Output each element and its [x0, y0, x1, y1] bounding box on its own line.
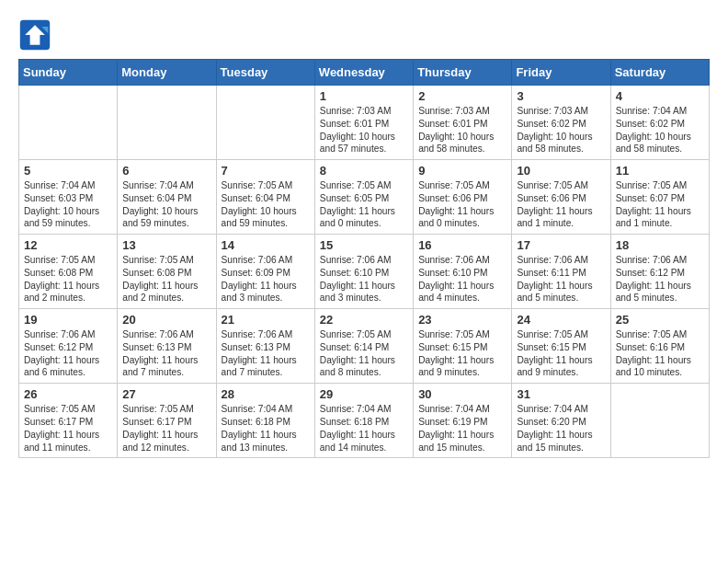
calendar-cell: 2Sunrise: 7:03 AM Sunset: 6:01 PM Daylig…: [414, 86, 512, 160]
logo: [18, 18, 57, 52]
day-info: Sunrise: 7:04 AM Sunset: 6:04 PM Dayligh…: [122, 179, 210, 230]
day-number: 12: [24, 238, 112, 252]
calendar-cell: 7Sunrise: 7:05 AM Sunset: 6:04 PM Daylig…: [216, 160, 314, 235]
calendar-cell: 23Sunrise: 7:05 AM Sunset: 6:15 PM Dayli…: [414, 309, 512, 384]
day-info: Sunrise: 7:06 AM Sunset: 6:10 PM Dayligh…: [320, 254, 408, 304]
calendar-cell: 26Sunrise: 7:05 AM Sunset: 6:17 PM Dayli…: [19, 384, 118, 458]
day-number: 27: [122, 387, 210, 401]
calendar-cell: 3Sunrise: 7:03 AM Sunset: 6:02 PM Daylig…: [512, 86, 610, 160]
day-number: 18: [616, 238, 704, 252]
day-number: 28: [222, 387, 310, 401]
day-number: 15: [320, 238, 408, 252]
day-number: 5: [24, 164, 112, 178]
calendar-cell: 16Sunrise: 7:06 AM Sunset: 6:10 PM Dayli…: [414, 235, 512, 309]
day-info: Sunrise: 7:03 AM Sunset: 6:01 PM Dayligh…: [418, 105, 506, 155]
weekday-sunday: Sunday: [19, 60, 118, 86]
day-info: Sunrise: 7:04 AM Sunset: 6:18 PM Dayligh…: [320, 403, 408, 454]
day-number: 10: [517, 164, 605, 178]
day-number: 7: [222, 164, 310, 178]
weekday-monday: Monday: [118, 60, 216, 86]
calendar-cell: 5Sunrise: 7:04 AM Sunset: 6:03 PM Daylig…: [19, 160, 118, 235]
day-number: 2: [418, 89, 506, 103]
day-info: Sunrise: 7:06 AM Sunset: 6:11 PM Dayligh…: [517, 254, 605, 304]
day-number: 20: [122, 313, 210, 327]
day-number: 19: [24, 313, 112, 327]
calendar-cell: 12Sunrise: 7:05 AM Sunset: 6:08 PM Dayli…: [19, 235, 118, 309]
day-number: 9: [418, 164, 506, 178]
day-number: 4: [616, 89, 704, 103]
calendar-cell: 18Sunrise: 7:06 AM Sunset: 6:12 PM Dayli…: [610, 235, 709, 309]
day-number: 1: [320, 89, 408, 103]
calendar-cell: 10Sunrise: 7:05 AM Sunset: 6:06 PM Dayli…: [512, 160, 610, 235]
week-row-3: 12Sunrise: 7:05 AM Sunset: 6:08 PM Dayli…: [19, 235, 710, 309]
day-number: 11: [616, 164, 704, 178]
week-row-5: 26Sunrise: 7:05 AM Sunset: 6:17 PM Dayli…: [19, 384, 710, 458]
calendar-cell: 13Sunrise: 7:05 AM Sunset: 6:08 PM Dayli…: [118, 235, 216, 309]
weekday-friday: Friday: [512, 60, 610, 86]
calendar-cell: 29Sunrise: 7:04 AM Sunset: 6:18 PM Dayli…: [314, 384, 413, 458]
page-header: [18, 18, 710, 52]
calendar-cell: 15Sunrise: 7:06 AM Sunset: 6:10 PM Dayli…: [314, 235, 413, 309]
day-info: Sunrise: 7:04 AM Sunset: 6:20 PM Dayligh…: [517, 403, 605, 454]
day-info: Sunrise: 7:05 AM Sunset: 6:15 PM Dayligh…: [418, 328, 506, 379]
weekday-header-row: SundayMondayTuesdayWednesdayThursdayFrid…: [19, 60, 710, 86]
day-number: 21: [222, 313, 310, 327]
calendar-cell: 1Sunrise: 7:03 AM Sunset: 6:01 PM Daylig…: [314, 86, 413, 160]
day-info: Sunrise: 7:05 AM Sunset: 6:05 PM Dayligh…: [320, 179, 408, 230]
day-number: 16: [418, 238, 506, 252]
day-info: Sunrise: 7:04 AM Sunset: 6:02 PM Dayligh…: [616, 105, 704, 155]
weekday-saturday: Saturday: [610, 60, 709, 86]
calendar-cell: 22Sunrise: 7:05 AM Sunset: 6:14 PM Dayli…: [314, 309, 413, 384]
day-info: Sunrise: 7:05 AM Sunset: 6:07 PM Dayligh…: [616, 179, 704, 230]
calendar-cell: 28Sunrise: 7:04 AM Sunset: 6:18 PM Dayli…: [216, 384, 314, 458]
week-row-4: 19Sunrise: 7:06 AM Sunset: 6:12 PM Dayli…: [19, 309, 710, 384]
calendar-cell: 24Sunrise: 7:05 AM Sunset: 6:15 PM Dayli…: [512, 309, 610, 384]
week-row-1: 1Sunrise: 7:03 AM Sunset: 6:01 PM Daylig…: [19, 86, 710, 160]
calendar-cell: 30Sunrise: 7:04 AM Sunset: 6:19 PM Dayli…: [414, 384, 512, 458]
day-info: Sunrise: 7:05 AM Sunset: 6:06 PM Dayligh…: [418, 179, 506, 230]
day-info: Sunrise: 7:06 AM Sunset: 6:13 PM Dayligh…: [122, 328, 210, 379]
day-info: Sunrise: 7:05 AM Sunset: 6:17 PM Dayligh…: [122, 403, 210, 454]
weekday-thursday: Thursday: [414, 60, 512, 86]
day-info: Sunrise: 7:04 AM Sunset: 6:18 PM Dayligh…: [222, 403, 310, 454]
day-info: Sunrise: 7:05 AM Sunset: 6:08 PM Dayligh…: [24, 254, 112, 304]
calendar-cell: 6Sunrise: 7:04 AM Sunset: 6:04 PM Daylig…: [118, 160, 216, 235]
logo-icon: [18, 18, 51, 52]
weekday-tuesday: Tuesday: [216, 60, 314, 86]
day-number: 13: [122, 238, 210, 252]
day-number: 22: [320, 313, 408, 327]
day-info: Sunrise: 7:05 AM Sunset: 6:14 PM Dayligh…: [320, 328, 408, 379]
calendar-cell: 9Sunrise: 7:05 AM Sunset: 6:06 PM Daylig…: [414, 160, 512, 235]
calendar-cell: [19, 86, 118, 160]
week-row-2: 5Sunrise: 7:04 AM Sunset: 6:03 PM Daylig…: [19, 160, 710, 235]
day-info: Sunrise: 7:06 AM Sunset: 6:12 PM Dayligh…: [616, 254, 704, 304]
day-info: Sunrise: 7:06 AM Sunset: 6:09 PM Dayligh…: [222, 254, 310, 304]
calendar-cell: [118, 86, 216, 160]
day-number: 17: [517, 238, 605, 252]
day-info: Sunrise: 7:05 AM Sunset: 6:17 PM Dayligh…: [24, 403, 112, 454]
calendar-cell: 17Sunrise: 7:06 AM Sunset: 6:11 PM Dayli…: [512, 235, 610, 309]
calendar-cell: 21Sunrise: 7:06 AM Sunset: 6:13 PM Dayli…: [216, 309, 314, 384]
day-number: 24: [517, 313, 605, 327]
day-info: Sunrise: 7:05 AM Sunset: 6:08 PM Dayligh…: [122, 254, 210, 304]
day-info: Sunrise: 7:05 AM Sunset: 6:04 PM Dayligh…: [222, 179, 310, 230]
calendar-cell: 4Sunrise: 7:04 AM Sunset: 6:02 PM Daylig…: [610, 86, 709, 160]
day-info: Sunrise: 7:06 AM Sunset: 6:12 PM Dayligh…: [24, 328, 112, 379]
day-info: Sunrise: 7:04 AM Sunset: 6:03 PM Dayligh…: [24, 179, 112, 230]
calendar-cell: 31Sunrise: 7:04 AM Sunset: 6:20 PM Dayli…: [512, 384, 610, 458]
calendar-cell: [610, 384, 709, 458]
day-info: Sunrise: 7:05 AM Sunset: 6:16 PM Dayligh…: [616, 328, 704, 379]
day-info: Sunrise: 7:03 AM Sunset: 6:01 PM Dayligh…: [320, 105, 408, 155]
day-number: 6: [122, 164, 210, 178]
calendar-cell: 8Sunrise: 7:05 AM Sunset: 6:05 PM Daylig…: [314, 160, 413, 235]
calendar-cell: 27Sunrise: 7:05 AM Sunset: 6:17 PM Dayli…: [118, 384, 216, 458]
calendar-cell: 19Sunrise: 7:06 AM Sunset: 6:12 PM Dayli…: [19, 309, 118, 384]
calendar-table: SundayMondayTuesdayWednesdayThursdayFrid…: [18, 59, 710, 458]
day-number: 8: [320, 164, 408, 178]
calendar-cell: 25Sunrise: 7:05 AM Sunset: 6:16 PM Dayli…: [610, 309, 709, 384]
day-info: Sunrise: 7:05 AM Sunset: 6:06 PM Dayligh…: [517, 179, 605, 230]
day-info: Sunrise: 7:05 AM Sunset: 6:15 PM Dayligh…: [517, 328, 605, 379]
weekday-wednesday: Wednesday: [314, 60, 413, 86]
day-number: 26: [24, 387, 112, 401]
day-info: Sunrise: 7:06 AM Sunset: 6:10 PM Dayligh…: [418, 254, 506, 304]
